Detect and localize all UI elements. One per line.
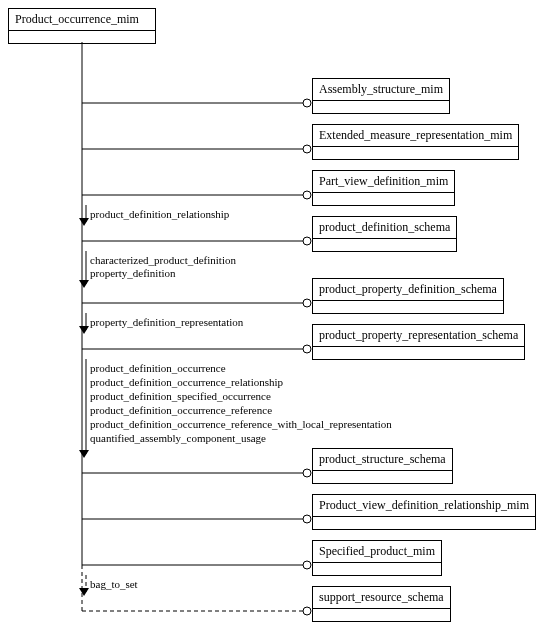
svg-point-5 [303, 145, 311, 153]
entity-slot [313, 301, 503, 313]
svg-point-15 [303, 469, 311, 477]
entity-target-title: Assembly_structure_mim [313, 79, 449, 101]
entity-slot [313, 609, 450, 621]
entity-target-title: Part_view_definition_mim [313, 171, 454, 193]
rel-label: product_definition_occurrence_reference_… [90, 418, 392, 430]
rel-label: product_definition_occurrence [90, 362, 226, 374]
arrowhead-icon [79, 280, 89, 288]
arrowhead-icon [79, 588, 89, 596]
rel-label: product_definition_specified_occurrence [90, 390, 271, 402]
svg-point-13 [303, 345, 311, 353]
entity-target-title: product_structure_schema [313, 449, 452, 471]
entity-slot [313, 101, 449, 113]
svg-point-3 [303, 99, 311, 107]
svg-point-11 [303, 299, 311, 307]
rel-label: product_definition_occurrence_reference [90, 404, 272, 416]
entity-target-title: product_property_definition_schema [313, 279, 503, 301]
entity-slot [313, 239, 456, 251]
rel-label: property_definition [90, 267, 176, 279]
rel-label: product_definition_relationship [90, 208, 229, 220]
arrowhead-icon [79, 326, 89, 334]
entity-target-0: Assembly_structure_mim [312, 78, 450, 114]
entity-target-7: Product_view_definition_relationship_mim [312, 494, 536, 530]
entity-target-title: support_resource_schema [313, 587, 450, 609]
entity-target-6: product_structure_schema [312, 448, 453, 484]
entity-slot [313, 471, 452, 483]
entity-root-title: Product_occurrence_mim [9, 9, 155, 31]
svg-point-21 [303, 607, 311, 615]
entity-target-1: Extended_measure_representation_mim [312, 124, 519, 160]
entity-target-5: product_property_representation_schema [312, 324, 525, 360]
rel-label: characterized_product_definition [90, 254, 236, 266]
svg-point-7 [303, 191, 311, 199]
entity-slot [313, 517, 535, 529]
entity-root: Product_occurrence_mim [8, 8, 156, 44]
rel-label: bag_to_set [90, 578, 138, 590]
connector-lines [0, 0, 560, 632]
entity-slot [313, 193, 454, 205]
entity-slot [313, 563, 441, 575]
entity-target-title: product_property_representation_schema [313, 325, 524, 347]
svg-point-9 [303, 237, 311, 245]
rel-label: property_definition_representation [90, 316, 243, 328]
entity-target-title: Extended_measure_representation_mim [313, 125, 518, 147]
svg-point-19 [303, 561, 311, 569]
entity-target-title: Product_view_definition_relationship_mim [313, 495, 535, 517]
entity-target-title: Specified_product_mim [313, 541, 441, 563]
entity-target-9: support_resource_schema [312, 586, 451, 622]
entity-target-2: Part_view_definition_mim [312, 170, 455, 206]
arrowhead-icon [79, 450, 89, 458]
entity-slot [313, 347, 524, 359]
rel-label: quantified_assembly_component_usage [90, 432, 266, 444]
entity-target-title: product_definition_schema [313, 217, 456, 239]
entity-target-4: product_property_definition_schema [312, 278, 504, 314]
svg-point-17 [303, 515, 311, 523]
entity-target-3: product_definition_schema [312, 216, 457, 252]
entity-slot [9, 31, 155, 43]
arrowhead-icon [79, 218, 89, 226]
entity-target-8: Specified_product_mim [312, 540, 442, 576]
rel-label: product_definition_occurrence_relationsh… [90, 376, 283, 388]
entity-slot [313, 147, 518, 159]
